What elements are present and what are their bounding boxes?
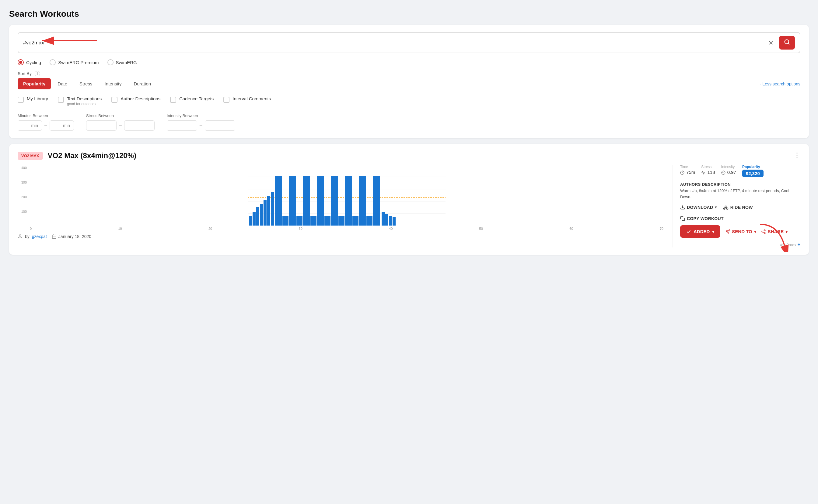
svg-rect-14 bbox=[264, 200, 267, 226]
svg-rect-26 bbox=[338, 216, 345, 226]
minutes-max-input[interactable] bbox=[50, 120, 74, 131]
more-options-button[interactable]: ⋮ bbox=[794, 151, 800, 159]
svg-rect-22 bbox=[310, 216, 317, 226]
checkbox-text-descriptions bbox=[58, 97, 64, 103]
search-button[interactable] bbox=[779, 36, 795, 50]
sort-popularity-button[interactable]: Popularity bbox=[18, 78, 51, 89]
sort-date-button[interactable]: Date bbox=[52, 78, 73, 89]
hashtag-label: #vo2max bbox=[780, 243, 796, 247]
svg-point-51 bbox=[764, 232, 765, 233]
intensity-min-input[interactable] bbox=[167, 120, 197, 131]
sport-cycling[interactable]: Cycling bbox=[18, 59, 41, 65]
svg-rect-13 bbox=[260, 204, 263, 226]
calendar-icon bbox=[52, 234, 57, 239]
minutes-min-input[interactable] bbox=[18, 120, 42, 131]
share-icon bbox=[761, 229, 766, 234]
person-icon bbox=[18, 234, 23, 239]
svg-point-42 bbox=[722, 171, 725, 174]
svg-line-52 bbox=[763, 232, 764, 233]
svg-rect-35 bbox=[393, 217, 396, 226]
svg-rect-30 bbox=[366, 216, 373, 226]
sport-swimerg[interactable]: SwimERG bbox=[107, 59, 137, 65]
action-buttons-row1: DOWNLOAD ▾ RIDE NOW bbox=[680, 205, 800, 221]
filter-my-library[interactable]: My Library bbox=[18, 96, 48, 103]
filter-options: My Library Text Descriptions good for ou… bbox=[18, 96, 800, 106]
checkbox-cadence-targets bbox=[170, 97, 176, 103]
svg-point-49 bbox=[764, 230, 765, 231]
intensity-max-input[interactable] bbox=[205, 120, 235, 131]
workout-chart: 400 300 200 100 bbox=[18, 165, 664, 247]
svg-rect-10 bbox=[249, 216, 252, 226]
svg-rect-11 bbox=[253, 212, 256, 226]
workout-chart-svg bbox=[29, 165, 664, 226]
search-input[interactable]: #vo2max bbox=[23, 40, 763, 46]
svg-rect-23 bbox=[317, 176, 324, 226]
hashtag-plus[interactable]: + bbox=[798, 242, 800, 247]
action-buttons-row2: ADDED ▾ SEND TO ▾ bbox=[680, 225, 800, 238]
clear-search-button[interactable]: ✕ bbox=[766, 39, 776, 47]
send-to-button[interactable]: SEND TO ▾ bbox=[725, 229, 756, 234]
added-button[interactable]: ADDED ▾ bbox=[680, 225, 720, 238]
svg-rect-33 bbox=[385, 214, 388, 226]
svg-rect-21 bbox=[303, 176, 310, 226]
svg-point-50 bbox=[762, 231, 763, 232]
svg-point-36 bbox=[19, 235, 21, 236]
filter-cadence-targets[interactable]: Cadence Targets bbox=[170, 96, 214, 103]
svg-rect-28 bbox=[352, 216, 359, 226]
workout-meta: Time 75m Stress 11 bbox=[673, 165, 800, 247]
svg-rect-37 bbox=[52, 235, 56, 239]
copy-icon bbox=[680, 216, 685, 221]
workout-title: VO2 Max (8x4min@120%) bbox=[48, 151, 137, 160]
svg-rect-32 bbox=[382, 212, 385, 226]
svg-rect-19 bbox=[289, 176, 296, 226]
radio-swimerg bbox=[107, 59, 113, 65]
send-icon bbox=[725, 229, 730, 234]
svg-rect-31 bbox=[373, 176, 380, 226]
stress-min-input[interactable] bbox=[86, 120, 116, 131]
ride-now-button[interactable]: RIDE NOW bbox=[723, 205, 753, 210]
svg-rect-24 bbox=[324, 216, 331, 226]
svg-rect-20 bbox=[296, 216, 303, 226]
share-button[interactable]: SHARE ▾ bbox=[761, 229, 788, 234]
svg-line-1 bbox=[788, 43, 789, 44]
less-search-options-link[interactable]: - Less search options bbox=[760, 81, 800, 86]
authors-description: AUTHORS DESCRIPTION Warm Up, 8x4min at 1… bbox=[680, 182, 800, 200]
svg-rect-34 bbox=[389, 216, 392, 226]
svg-rect-46 bbox=[682, 218, 685, 221]
checkbox-my-library bbox=[18, 97, 24, 103]
stress-between-group: Stress Between – bbox=[86, 113, 154, 131]
sort-duration-button[interactable]: Duration bbox=[128, 78, 156, 89]
sport-options: Cycling SwimERG Premium SwimERG bbox=[18, 59, 800, 65]
svg-rect-18 bbox=[283, 216, 289, 226]
page-title: Search Workouts bbox=[9, 9, 809, 19]
author-link[interactable]: gzexpat bbox=[32, 234, 47, 239]
stress-max-input[interactable] bbox=[124, 120, 154, 131]
filter-author-descriptions[interactable]: Author Descriptions bbox=[111, 96, 160, 103]
clock-icon bbox=[680, 171, 685, 175]
svg-rect-15 bbox=[267, 196, 270, 226]
sort-info-icon: i bbox=[35, 71, 40, 76]
svg-rect-27 bbox=[345, 176, 352, 226]
svg-line-53 bbox=[763, 230, 764, 231]
radio-swimerg-premium bbox=[50, 59, 56, 65]
filter-interval-comments[interactable]: Interval Comments bbox=[224, 96, 271, 103]
intensity-icon bbox=[721, 171, 726, 175]
svg-rect-29 bbox=[359, 176, 366, 226]
svg-rect-25 bbox=[331, 176, 338, 226]
radio-cycling bbox=[18, 59, 24, 65]
sort-intensity-button[interactable]: Intensity bbox=[99, 78, 127, 89]
sport-swimerg-premium[interactable]: SwimERG Premium bbox=[50, 59, 99, 65]
download-icon bbox=[680, 205, 685, 210]
stress-icon bbox=[701, 171, 705, 175]
bike-icon bbox=[723, 205, 729, 210]
workout-badge: VO2 MAX bbox=[18, 152, 43, 160]
filter-text-descriptions[interactable]: Text Descriptions good for outdoors bbox=[58, 96, 102, 106]
sort-by-label: Sort By bbox=[18, 71, 32, 76]
range-filters: Minutes Between – Stress Between – Inten… bbox=[18, 113, 800, 131]
sort-options: Popularity Date Stress Intensity Duratio… bbox=[18, 78, 156, 89]
minutes-between-group: Minutes Between – bbox=[18, 113, 74, 131]
checkmark-icon bbox=[686, 229, 691, 234]
download-button[interactable]: DOWNLOAD ▾ bbox=[680, 205, 717, 210]
copy-workout-button[interactable]: COPY WORKOUT bbox=[680, 216, 724, 221]
sort-stress-button[interactable]: Stress bbox=[74, 78, 98, 89]
